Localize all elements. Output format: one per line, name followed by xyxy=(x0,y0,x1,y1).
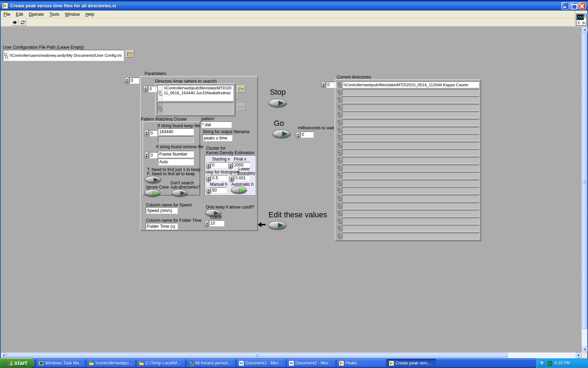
user-config-path-control[interactable]: \\Controller\users\maloney.andy\My Docum… xyxy=(3,50,124,61)
taskbar-item-active[interactable]: Create peak versus ti... xyxy=(387,359,436,367)
scroll-up-button[interactable] xyxy=(582,27,588,32)
taskbar-item[interactable]: Document2 - Microsof... xyxy=(287,359,336,367)
menu-tools[interactable]: Tools xyxy=(47,11,62,18)
tray-hide-icons-chevron-icon[interactable] xyxy=(539,360,545,366)
word-icon xyxy=(239,361,244,366)
taskbar-item[interactable]: C:\Temp Local\MT Pr... xyxy=(136,359,186,367)
scroll-right-button[interactable] xyxy=(576,353,581,358)
directory-row-empty[interactable] xyxy=(337,149,479,156)
directory-row-empty[interactable] xyxy=(337,233,479,239)
scroll-down-button[interactable] xyxy=(582,347,588,352)
folder-open-icon xyxy=(127,52,133,56)
keep-string-field[interactable]: 163440 xyxy=(158,128,194,135)
parameters-index-spinner[interactable] xyxy=(125,77,129,84)
directory-row-empty[interactable] xyxy=(337,104,479,111)
step-histogram-field[interactable]: 0.5 xyxy=(211,175,228,181)
menu-operate[interactable]: Operate xyxy=(26,11,47,18)
parameters-index-field[interactable]: 0 xyxy=(130,77,139,84)
run-continuous-button[interactable] xyxy=(19,19,26,26)
horizontal-scrollbar-thumb[interactable] xyxy=(7,353,508,358)
directory-row-empty[interactable] xyxy=(337,111,479,118)
run-button[interactable] xyxy=(11,19,19,26)
folder-time-column-field[interactable]: Folder Time (s) xyxy=(146,223,178,230)
scroll-left-button[interactable] xyxy=(1,353,6,358)
go-button[interactable] xyxy=(272,130,290,138)
remove-string-field-1[interactable]: Auto xyxy=(158,158,194,165)
remove-string-field-0[interactable]: Frame Number xyxy=(158,151,194,158)
remove-index-spinner[interactable] xyxy=(144,152,149,159)
directory-row-empty[interactable] xyxy=(337,180,479,186)
maximize-button[interactable] xyxy=(570,2,578,9)
directory-row-empty[interactable] xyxy=(337,89,479,96)
cutoff-spinner[interactable] xyxy=(204,220,209,227)
directory-path-value-0[interactable]: \\Controller\webpub\files\data\MTD\2011_… xyxy=(163,85,233,101)
directory-row-empty[interactable] xyxy=(337,172,479,179)
manual-h-field[interactable]: 50 xyxy=(211,187,227,193)
keep-index-spinner[interactable] xyxy=(144,130,149,137)
directory-array-index-spinner[interactable] xyxy=(143,86,148,93)
ignore-case-toggle[interactable] xyxy=(144,189,160,197)
taskbar-item[interactable]: Peaks xyxy=(337,359,386,367)
directory-row-empty[interactable] xyxy=(337,96,479,103)
pattern-field[interactable]: *.dat xyxy=(201,121,232,128)
taskbar-item[interactable]: Windows Task Manager xyxy=(36,359,85,367)
menu-edit[interactable]: Edit xyxy=(13,11,26,18)
menu-help[interactable]: Help xyxy=(83,11,97,18)
final-x-spinner[interactable] xyxy=(228,162,233,169)
menu-window[interactable]: Window xyxy=(62,11,83,18)
output-filename-field[interactable]: peaks v time xyxy=(202,135,232,141)
taskbar-item[interactable]: \\controller\webpub\f... xyxy=(86,359,135,367)
user-config-path-value[interactable]: \\Controller\users\maloney.andy\My Docum… xyxy=(8,50,124,61)
directory-browse-button-0[interactable] xyxy=(237,86,245,93)
horizontal-scrollbar[interactable] xyxy=(1,352,581,358)
current-directories-index-spinner[interactable] xyxy=(321,81,326,88)
close-button[interactable] xyxy=(578,2,586,9)
directory-row-empty[interactable] xyxy=(337,225,479,232)
stop-button[interactable] xyxy=(268,99,287,107)
keep-index-field[interactable]: 0 xyxy=(149,130,158,136)
starting-x-field[interactable]: 0 xyxy=(211,162,229,168)
directory-row-empty[interactable] xyxy=(337,157,479,164)
start-button[interactable]: start xyxy=(0,358,34,368)
directory-row-empty[interactable] xyxy=(337,218,479,224)
edit-values-button[interactable] xyxy=(268,221,286,230)
directory-path-element-0[interactable]: \\Controller\webpub\files\data\MTD\2011_… xyxy=(157,85,233,101)
directory-row-empty[interactable] xyxy=(337,187,479,194)
directory-row-empty[interactable] xyxy=(337,142,479,149)
directory-row-empty[interactable] xyxy=(337,210,479,217)
directory-row-empty[interactable] xyxy=(337,134,479,141)
automatic-h-toggle[interactable] xyxy=(231,186,247,194)
directory-row-empty[interactable] xyxy=(337,195,479,202)
step-histogram-spinner[interactable] xyxy=(206,175,211,182)
menu-file[interactable]: File xyxy=(1,11,13,18)
keep-string-field-dim[interactable] xyxy=(158,136,194,143)
cutoff-field[interactable]: 10 xyxy=(209,220,224,226)
vi-icon-thumbnail[interactable]: 6 xyxy=(576,14,587,26)
user-config-browse-button[interactable] xyxy=(126,50,134,57)
taskbar-item[interactable]: Mi horario personal - ... xyxy=(187,359,236,367)
directory-path-value-1[interactable] xyxy=(163,103,233,114)
directory-row-empty[interactable] xyxy=(337,119,479,126)
directory-row-filled[interactable]: \\Controller\webpub\files\data\MTD\2010_… xyxy=(337,81,479,88)
speed-column-field[interactable]: Speed (nm/s) xyxy=(146,207,178,214)
directory-path-element-1[interactable] xyxy=(157,102,233,114)
vertical-scrollbar[interactable] xyxy=(581,27,587,352)
manual-h-spinner[interactable] xyxy=(206,188,211,195)
directory-row-empty[interactable] xyxy=(337,203,479,209)
directory-row-value[interactable]: \\Controller\webpub\files\data\MTD\2010_… xyxy=(342,81,479,88)
starting-x-spinner[interactable] xyxy=(206,162,211,169)
vertical-scrollbar-thumb[interactable] xyxy=(582,33,587,329)
remove-index-field[interactable]: 0 xyxy=(149,152,158,158)
directory-row-empty[interactable] xyxy=(337,165,479,171)
dont-search-toggle[interactable] xyxy=(172,189,188,197)
lower-boundary-field[interactable]: 0.001 xyxy=(234,175,250,181)
lower-boundary-spinner[interactable] xyxy=(229,175,234,182)
taskbar-item[interactable]: Document1 - Microsof... xyxy=(237,359,286,367)
tray-network-activity-icon[interactable] xyxy=(547,361,552,366)
directory-row-empty[interactable] xyxy=(337,127,479,134)
ms-wait-spinner[interactable] xyxy=(296,132,300,139)
find-mode-toggle[interactable] xyxy=(145,176,161,183)
directory-browse-button-1[interactable] xyxy=(237,103,245,111)
minimize-button[interactable] xyxy=(561,2,569,9)
ms-wait-field[interactable]: 0 xyxy=(300,131,314,138)
